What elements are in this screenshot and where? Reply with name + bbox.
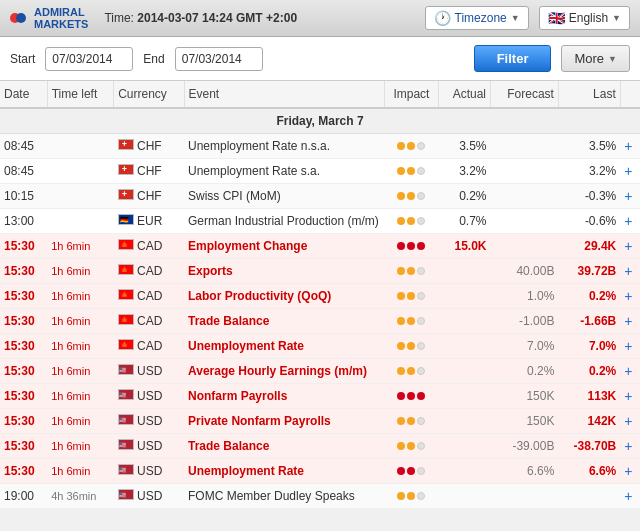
cell-event: Swiss CPI (MoM) xyxy=(184,184,384,209)
cell-plus[interactable]: + xyxy=(620,209,640,234)
col-timeleft: Time left xyxy=(47,81,114,108)
cell-event: Private Nonfarm Payrolls xyxy=(184,409,384,434)
cell-impact xyxy=(384,209,439,234)
cell-currency: 🍁 CAD xyxy=(114,334,184,359)
cell-forecast: 40.00B xyxy=(491,259,559,284)
plus-icon[interactable]: + xyxy=(624,288,632,304)
plus-icon[interactable]: + xyxy=(624,463,632,479)
timezone-label: Timezone xyxy=(455,11,507,25)
table-row: 08:45 + CHF Unemployment Rate s.a. 3.2% … xyxy=(0,159,640,184)
plus-icon[interactable]: + xyxy=(624,438,632,454)
flag-uk-icon: 🇬🇧 xyxy=(548,10,565,26)
plus-icon[interactable]: + xyxy=(624,138,632,154)
time-value: 2014-03-07 14:24 GMT +2:00 xyxy=(137,11,297,25)
cell-timeleft: 1h 6min xyxy=(47,359,114,384)
cell-plus[interactable]: + xyxy=(620,259,640,284)
cell-plus[interactable]: + xyxy=(620,459,640,484)
cell-plus[interactable]: + xyxy=(620,309,640,334)
cell-forecast xyxy=(491,209,559,234)
cell-time: 15:30 xyxy=(0,259,47,284)
plus-icon[interactable]: + xyxy=(624,488,632,504)
cell-plus[interactable]: + xyxy=(620,284,640,309)
end-date-input[interactable] xyxy=(175,47,263,71)
cell-plus[interactable]: + xyxy=(620,184,640,209)
cell-forecast xyxy=(491,134,559,159)
cell-impact xyxy=(384,484,439,509)
cell-event: Unemployment Rate xyxy=(184,334,384,359)
cell-plus[interactable]: + xyxy=(620,334,640,359)
cell-currency: 🇺🇸 USD xyxy=(114,384,184,409)
cell-currency: 🇺🇸 USD xyxy=(114,459,184,484)
cell-currency: 🇩🇪 EUR xyxy=(114,209,184,234)
cell-time: 10:15 xyxy=(0,184,47,209)
cell-currency: 🇺🇸 USD xyxy=(114,409,184,434)
cell-plus[interactable]: + xyxy=(620,409,640,434)
cell-timeleft xyxy=(47,134,114,159)
plus-icon[interactable]: + xyxy=(624,338,632,354)
cell-event: Unemployment Rate n.s.a. xyxy=(184,134,384,159)
cell-actual: 3.5% xyxy=(439,134,491,159)
plus-icon[interactable]: + xyxy=(624,363,632,379)
timezone-button[interactable]: 🕐 Timezone ▼ xyxy=(425,6,529,30)
cell-forecast: -1.00B xyxy=(491,309,559,334)
cell-event: Labor Productivity (QoQ) xyxy=(184,284,384,309)
table-row: 15:30 1h 6min 🇺🇸 USD Trade Balance -39.0… xyxy=(0,434,640,459)
start-date-input[interactable] xyxy=(45,47,133,71)
plus-icon[interactable]: + xyxy=(624,388,632,404)
cell-currency: 🇺🇸 USD xyxy=(114,434,184,459)
cell-timeleft: 1h 6min xyxy=(47,409,114,434)
plus-icon[interactable]: + xyxy=(624,188,632,204)
cell-event: Average Hourly Earnings (m/m) xyxy=(184,359,384,384)
cell-timeleft xyxy=(47,209,114,234)
cell-plus[interactable]: + xyxy=(620,359,640,384)
cell-timeleft: 1h 6min xyxy=(47,384,114,409)
table-row: 15:30 1h 6min 🇺🇸 USD Private Nonfarm Pay… xyxy=(0,409,640,434)
plus-icon[interactable]: + xyxy=(624,263,632,279)
cell-last: -0.3% xyxy=(558,184,620,209)
cell-plus[interactable]: + xyxy=(620,434,640,459)
cell-time: 15:30 xyxy=(0,434,47,459)
plus-icon[interactable]: + xyxy=(624,238,632,254)
cell-event: FOMC Member Dudley Speaks xyxy=(184,484,384,509)
table-row: 15:30 1h 6min 🇺🇸 USD Unemployment Rate 6… xyxy=(0,459,640,484)
cell-actual xyxy=(439,309,491,334)
cell-actual xyxy=(439,484,491,509)
table-row: 15:30 1h 6min 🍁 CAD Unemployment Rate 7.… xyxy=(0,334,640,359)
cell-time: 08:45 xyxy=(0,159,47,184)
cell-impact xyxy=(384,184,439,209)
cell-timeleft: 1h 6min xyxy=(47,309,114,334)
cell-actual: 15.0K xyxy=(439,234,491,259)
cell-actual: 3.2% xyxy=(439,159,491,184)
cell-plus[interactable]: + xyxy=(620,484,640,509)
day-header-row: Friday, March 7 xyxy=(0,108,640,134)
plus-icon[interactable]: + xyxy=(624,413,632,429)
more-button[interactable]: More ▼ xyxy=(561,45,630,72)
cell-currency: 🍁 CAD xyxy=(114,259,184,284)
cell-actual xyxy=(439,384,491,409)
cell-time: 08:45 xyxy=(0,134,47,159)
cell-event: Exports xyxy=(184,259,384,284)
cell-plus[interactable]: + xyxy=(620,134,640,159)
col-forecast: Forecast xyxy=(491,81,559,108)
cell-impact xyxy=(384,259,439,284)
plus-icon[interactable]: + xyxy=(624,163,632,179)
table-row: 15:30 1h 6min 🇺🇸 USD Average Hourly Earn… xyxy=(0,359,640,384)
cell-time: 15:30 xyxy=(0,384,47,409)
cell-actual: 0.2% xyxy=(439,184,491,209)
filter-button[interactable]: Filter xyxy=(474,45,552,72)
col-currency: Currency xyxy=(114,81,184,108)
plus-icon[interactable]: + xyxy=(624,313,632,329)
cell-impact xyxy=(384,159,439,184)
cell-forecast: -39.00B xyxy=(491,434,559,459)
language-button[interactable]: 🇬🇧 English ▼ xyxy=(539,6,630,30)
cell-last: 142K xyxy=(558,409,620,434)
cell-currency: 🍁 CAD xyxy=(114,284,184,309)
cell-impact xyxy=(384,334,439,359)
cell-timeleft xyxy=(47,159,114,184)
cell-last: -0.6% xyxy=(558,209,620,234)
cell-plus[interactable]: + xyxy=(620,384,640,409)
plus-icon[interactable]: + xyxy=(624,213,632,229)
cell-event: Trade Balance xyxy=(184,309,384,334)
cell-plus[interactable]: + xyxy=(620,159,640,184)
cell-plus[interactable]: + xyxy=(620,234,640,259)
